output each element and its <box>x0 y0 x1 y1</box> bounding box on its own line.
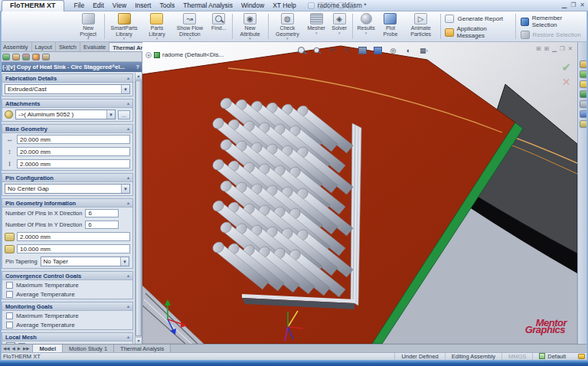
menu-edit[interactable]: Edit <box>89 1 108 10</box>
new-document-icon[interactable] <box>308 2 315 9</box>
section-header[interactable]: Attachments ▴ <box>2 100 132 108</box>
tab-sketch[interactable]: Sketch <box>56 42 80 51</box>
tab-motion-study[interactable]: Motion Study 1 <box>63 345 114 352</box>
generate-report-button[interactable]: Generate Report <box>445 15 510 23</box>
section-header[interactable]: Convergence Control Goals ▴ <box>2 272 132 280</box>
prev-sheet-icon[interactable]: ◀ <box>11 346 15 351</box>
base-depth-input[interactable]: 20.000 mm <box>17 147 130 156</box>
edit-appearance-icon[interactable]: ◐ <box>403 45 414 56</box>
section-view-icon[interactable]: ✎ <box>341 45 353 56</box>
taskpane-resources-icon[interactable] <box>580 60 587 68</box>
maximize-button[interactable]: ❐ <box>570 2 576 8</box>
collapse-icon[interactable]: ▴ <box>127 126 129 132</box>
taskpane-view-palette-icon[interactable] <box>580 90 587 98</box>
pins-y-input[interactable]: 6 <box>85 221 119 229</box>
feature-tree-icon[interactable] <box>2 54 10 60</box>
configuration-manager-icon[interactable] <box>22 54 30 60</box>
property-manager-header[interactable]: (-)[v] Copy of Heat Sink - Circ Staggere… <box>0 62 142 72</box>
view-orientation-icon[interactable] <box>357 45 368 56</box>
show-flow-direction-button[interactable]: ↝ Show Flow Direction ▾ <box>172 12 207 41</box>
tab-layout[interactable]: Layout <box>32 42 57 51</box>
collapse-icon[interactable]: ▴ <box>127 175 129 181</box>
menu-window[interactable]: Window <box>237 1 268 10</box>
new-attribute-button[interactable]: ◉ New Attribute ▾ <box>234 12 266 41</box>
material-browse-button[interactable]: ... <box>118 110 130 119</box>
material-select[interactable]: ->( Aluminum 5052 ) ▼ <box>15 109 116 119</box>
collapse-icon[interactable]: ▴ <box>127 303 129 309</box>
mesher-button[interactable]: Mesher ▾ <box>305 12 328 41</box>
cascade-icon[interactable]: ⊞ <box>544 45 549 52</box>
menu-xt-help[interactable]: XT Help <box>269 1 300 10</box>
section-header[interactable]: Fabrication Details ▴ <box>2 74 132 83</box>
taskpane-custom-properties-icon[interactable] <box>580 120 587 128</box>
section-header[interactable]: Monitoring Goals ▴ <box>2 302 132 311</box>
tab-assembly[interactable]: Assembly <box>0 42 32 51</box>
tile-icon[interactable]: ⊞ <box>537 45 541 52</box>
close-button[interactable]: ✕ <box>580 2 585 8</box>
collapse-icon[interactable]: ▴ <box>127 75 129 81</box>
child-minimize-button[interactable]: ▁ <box>552 45 557 52</box>
feature-tree-flyout[interactable]: ● radome (Default<Dis... <box>145 51 224 58</box>
minimize-button[interactable]: ▁ <box>562 2 567 8</box>
section-header[interactable]: Pin Geometry Information ▴ <box>2 199 132 208</box>
taskpane-design-library-icon[interactable] <box>580 70 587 78</box>
confirm-cancel-icon[interactable]: ✕ <box>561 76 571 88</box>
taskpane-file-explorer-icon[interactable] <box>580 80 587 88</box>
confirm-ok-icon[interactable]: ✔ <box>561 60 571 74</box>
avg-temperature-checkbox[interactable] <box>6 291 13 298</box>
section-header[interactable]: Base Geometry ▴ <box>2 125 132 133</box>
display-style-icon[interactable] <box>372 45 384 56</box>
check-geometry-button[interactable]: ◍ Check Geometry ▾ <box>270 12 305 41</box>
first-sheet-icon[interactable]: ◀◀ <box>2 346 10 351</box>
menu-view[interactable]: View <box>109 1 130 10</box>
menu-thermal-analysis[interactable]: Thermal Analysis <box>179 1 237 10</box>
pin-height-input[interactable]: 10.000 mm <box>17 244 130 253</box>
child-restore-button[interactable]: ❐ <box>560 45 565 52</box>
section-header[interactable]: Local Mesh ▴ <box>2 333 132 341</box>
smartparts-library-button[interactable]: SmartParts Library ▾ <box>106 12 142 41</box>
results-button[interactable]: Results ▾ <box>354 12 377 41</box>
max-temperature-checkbox[interactable] <box>6 282 13 289</box>
graphics-viewport[interactable]: ● radome (Default<Dis... ↶ ✎ ◎ ◐ ▦▾ ⊞ ⊞ … <box>142 42 577 344</box>
menu-file[interactable]: File <box>70 1 89 10</box>
zoom-to-fit-icon[interactable] <box>296 45 307 56</box>
panel-scrollbar[interactable]: ▲ ▼ <box>135 73 142 344</box>
status-units[interactable]: MMGS <box>501 353 532 360</box>
menu-tools[interactable]: Tools <box>155 1 178 10</box>
find-button[interactable]: Find... <box>207 12 230 41</box>
property-manager-icon[interactable] <box>12 54 20 60</box>
animate-particles-button[interactable]: ▷ Animate Particles <box>403 12 439 41</box>
status-configuration[interactable]: Default <box>532 353 572 360</box>
dimxpert-icon[interactable] <box>32 54 40 60</box>
fabrication-select[interactable]: Extruded/Cast ▼ <box>5 84 130 94</box>
collapse-icon[interactable]: ▴ <box>127 334 129 340</box>
last-sheet-icon[interactable]: ▶▶ <box>22 346 30 351</box>
new-project-button[interactable]: New Project ▾ <box>74 12 103 41</box>
remember-selection-button[interactable]: Remember Selection <box>521 15 583 28</box>
section-header[interactable]: Pin Configuration ▴ <box>2 174 132 182</box>
collapse-icon[interactable]: ▴ <box>127 200 129 206</box>
tab-evaluate[interactable]: Evaluate <box>80 42 109 51</box>
base-width-input[interactable]: 20.000 mm <box>17 135 130 144</box>
scroll-down-icon[interactable]: ▼ <box>136 337 142 344</box>
status-tag-icon[interactable] <box>578 354 585 359</box>
pin-configuration-select[interactable]: No Center Gap ▼ <box>5 184 130 194</box>
avg-temperature-checkbox[interactable] <box>6 322 13 328</box>
taskpane-appearances-icon[interactable] <box>580 100 587 108</box>
hide-show-items-icon[interactable]: ◎ <box>387 45 399 56</box>
app-menu-button[interactable]: FloTHERM XT <box>2 0 64 11</box>
taskpane-scenes-icon[interactable] <box>580 110 587 118</box>
flyout-pin-icon[interactable]: ● <box>145 52 152 58</box>
collapse-icon[interactable]: ▴ <box>127 100 129 106</box>
restore-selection-button[interactable]: Restore Selection <box>521 31 583 39</box>
max-temperature-checkbox[interactable] <box>6 312 13 319</box>
plot-probe-button[interactable]: Plot Probe <box>377 12 403 41</box>
scroll-up-icon[interactable]: ▲ <box>136 73 142 80</box>
tab-model[interactable]: Model <box>33 345 63 352</box>
zoom-to-area-icon[interactable] <box>312 46 322 55</box>
pin-diameter-input[interactable]: 2.0000 mm <box>17 232 130 241</box>
appearances-tab-icon[interactable] <box>42 54 50 60</box>
tab-thermal-analysis-sheet[interactable]: Thermal Analysis <box>114 345 171 352</box>
scrollbar-thumb[interactable] <box>136 80 142 336</box>
parts-library-button[interactable]: Parts Library ▾ <box>142 12 172 41</box>
